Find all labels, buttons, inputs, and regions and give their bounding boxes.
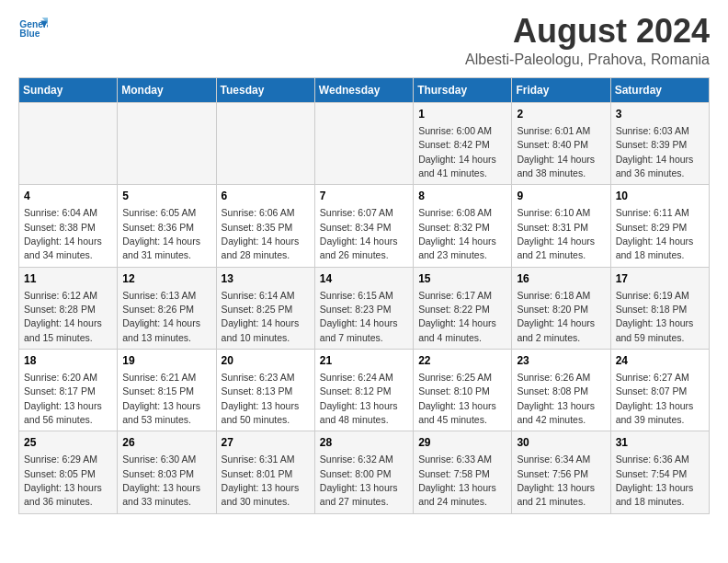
day-info: Sunrise: 6:03 AM Sunset: 8:39 PM Dayligh… [616, 125, 694, 178]
calendar-cell: 13Sunrise: 6:14 AM Sunset: 8:25 PM Dayli… [216, 267, 314, 349]
calendar-cell: 30Sunrise: 6:34 AM Sunset: 7:56 PM Dayli… [512, 431, 610, 513]
day-info: Sunrise: 6:30 AM Sunset: 8:03 PM Dayligh… [122, 454, 200, 507]
header: General Blue August 2024 Albesti-Paleolo… [18, 15, 710, 68]
day-number: 4 [24, 189, 112, 204]
day-info: Sunrise: 6:04 AM Sunset: 8:38 PM Dayligh… [24, 207, 102, 260]
day-of-week-header: Saturday [610, 78, 709, 103]
calendar-cell: 12Sunrise: 6:13 AM Sunset: 8:26 PM Dayli… [118, 267, 216, 349]
day-info: Sunrise: 6:20 AM Sunset: 8:17 PM Dayligh… [24, 372, 102, 425]
day-info: Sunrise: 6:15 AM Sunset: 8:23 PM Dayligh… [320, 290, 398, 343]
day-number: 22 [418, 353, 506, 369]
calendar-cell: 2Sunrise: 6:01 AM Sunset: 8:40 PM Daylig… [512, 103, 610, 185]
day-info: Sunrise: 6:07 AM Sunset: 8:34 PM Dayligh… [320, 207, 398, 260]
day-number: 24 [616, 353, 704, 369]
calendar-cell [216, 103, 314, 185]
day-info: Sunrise: 6:17 AM Sunset: 8:22 PM Dayligh… [418, 290, 496, 343]
day-number: 14 [320, 271, 408, 287]
day-of-week-header: Wednesday [314, 78, 413, 103]
calendar-cell [19, 103, 118, 185]
calendar-cell: 27Sunrise: 6:31 AM Sunset: 8:01 PM Dayli… [216, 431, 314, 513]
day-of-week-header: Sunday [19, 78, 118, 103]
day-number: 18 [24, 353, 112, 369]
day-number: 30 [517, 435, 605, 451]
calendar-header-row: SundayMondayTuesdayWednesdayThursdayFrid… [19, 78, 710, 103]
day-number: 6 [222, 189, 310, 204]
calendar-cell [118, 103, 216, 185]
day-number: 23 [517, 353, 605, 369]
calendar-cell: 17Sunrise: 6:19 AM Sunset: 8:18 PM Dayli… [610, 267, 709, 349]
calendar-cell: 1Sunrise: 6:00 AM Sunset: 8:42 PM Daylig… [414, 103, 512, 185]
day-of-week-header: Thursday [414, 78, 512, 103]
day-number: 7 [320, 189, 408, 204]
day-number: 20 [222, 353, 310, 369]
calendar-cell: 26Sunrise: 6:30 AM Sunset: 8:03 PM Dayli… [118, 431, 216, 513]
calendar-table: SundayMondayTuesdayWednesdayThursdayFrid… [18, 77, 710, 514]
calendar-cell [314, 103, 413, 185]
day-info: Sunrise: 6:31 AM Sunset: 8:01 PM Dayligh… [222, 454, 300, 507]
day-number: 2 [517, 107, 605, 122]
calendar-cell: 22Sunrise: 6:25 AM Sunset: 8:10 PM Dayli… [414, 350, 512, 431]
day-number: 17 [616, 271, 704, 287]
calendar-cell: 14Sunrise: 6:15 AM Sunset: 8:23 PM Dayli… [314, 267, 413, 349]
day-info: Sunrise: 6:11 AM Sunset: 8:29 PM Dayligh… [616, 207, 694, 260]
day-number: 8 [418, 189, 506, 204]
calendar-cell: 3Sunrise: 6:03 AM Sunset: 8:39 PM Daylig… [610, 103, 709, 185]
day-info: Sunrise: 6:19 AM Sunset: 8:18 PM Dayligh… [616, 290, 694, 343]
logo: General Blue [18, 15, 48, 44]
day-info: Sunrise: 6:36 AM Sunset: 7:54 PM Dayligh… [616, 454, 694, 507]
day-number: 29 [418, 435, 506, 451]
day-info: Sunrise: 6:12 AM Sunset: 8:28 PM Dayligh… [24, 290, 102, 343]
day-info: Sunrise: 6:13 AM Sunset: 8:26 PM Dayligh… [122, 290, 200, 343]
day-info: Sunrise: 6:26 AM Sunset: 8:08 PM Dayligh… [517, 372, 595, 425]
calendar-cell: 21Sunrise: 6:24 AM Sunset: 8:12 PM Dayli… [314, 350, 413, 431]
calendar-cell: 8Sunrise: 6:08 AM Sunset: 8:32 PM Daylig… [414, 185, 512, 267]
day-number: 25 [24, 435, 112, 451]
day-info: Sunrise: 6:32 AM Sunset: 8:00 PM Dayligh… [320, 454, 398, 507]
day-info: Sunrise: 6:10 AM Sunset: 8:31 PM Dayligh… [517, 207, 595, 260]
day-number: 9 [517, 189, 605, 204]
day-of-week-header: Friday [512, 78, 610, 103]
day-of-week-header: Tuesday [216, 78, 314, 103]
location-subtitle: Albesti-Paleologu, Prahova, Romania [465, 52, 710, 68]
calendar-cell: 5Sunrise: 6:05 AM Sunset: 8:36 PM Daylig… [118, 185, 216, 267]
calendar-week-row: 1Sunrise: 6:00 AM Sunset: 8:42 PM Daylig… [19, 103, 710, 185]
day-number: 28 [320, 435, 408, 451]
day-info: Sunrise: 6:01 AM Sunset: 8:40 PM Dayligh… [517, 125, 595, 178]
calendar-cell: 20Sunrise: 6:23 AM Sunset: 8:13 PM Dayli… [216, 350, 314, 431]
day-info: Sunrise: 6:14 AM Sunset: 8:25 PM Dayligh… [222, 290, 300, 343]
day-info: Sunrise: 6:34 AM Sunset: 7:56 PM Dayligh… [517, 454, 595, 507]
day-number: 31 [616, 435, 704, 451]
calendar-cell: 7Sunrise: 6:07 AM Sunset: 8:34 PM Daylig… [314, 185, 413, 267]
day-number: 27 [222, 435, 310, 451]
day-number: 12 [122, 271, 210, 287]
calendar-cell: 23Sunrise: 6:26 AM Sunset: 8:08 PM Dayli… [512, 350, 610, 431]
calendar-cell: 6Sunrise: 6:06 AM Sunset: 8:35 PM Daylig… [216, 185, 314, 267]
day-info: Sunrise: 6:06 AM Sunset: 8:35 PM Dayligh… [222, 207, 300, 260]
calendar-week-row: 4Sunrise: 6:04 AM Sunset: 8:38 PM Daylig… [19, 185, 710, 267]
logo-icon: General Blue [18, 15, 48, 44]
calendar-week-row: 11Sunrise: 6:12 AM Sunset: 8:28 PM Dayli… [19, 267, 710, 349]
svg-text:Blue: Blue [19, 29, 40, 39]
calendar-cell: 10Sunrise: 6:11 AM Sunset: 8:29 PM Dayli… [610, 185, 709, 267]
calendar-cell: 16Sunrise: 6:18 AM Sunset: 8:20 PM Dayli… [512, 267, 610, 349]
calendar-week-row: 18Sunrise: 6:20 AM Sunset: 8:17 PM Dayli… [19, 350, 710, 431]
day-info: Sunrise: 6:21 AM Sunset: 8:15 PM Dayligh… [122, 372, 200, 425]
calendar-cell: 25Sunrise: 6:29 AM Sunset: 8:05 PM Dayli… [19, 431, 118, 513]
day-number: 19 [122, 353, 210, 369]
title-area: August 2024 Albesti-Paleologu, Prahova, … [465, 15, 710, 68]
day-number: 13 [222, 271, 310, 287]
calendar-cell: 24Sunrise: 6:27 AM Sunset: 8:07 PM Dayli… [610, 350, 709, 431]
day-number: 26 [122, 435, 210, 451]
day-of-week-header: Monday [118, 78, 216, 103]
day-info: Sunrise: 6:33 AM Sunset: 7:58 PM Dayligh… [418, 454, 496, 507]
calendar-cell: 29Sunrise: 6:33 AM Sunset: 7:58 PM Dayli… [414, 431, 512, 513]
calendar-cell: 28Sunrise: 6:32 AM Sunset: 8:00 PM Dayli… [314, 431, 413, 513]
calendar-cell: 4Sunrise: 6:04 AM Sunset: 8:38 PM Daylig… [19, 185, 118, 267]
day-info: Sunrise: 6:29 AM Sunset: 8:05 PM Dayligh… [24, 454, 102, 507]
day-number: 1 [418, 107, 506, 122]
calendar-cell: 11Sunrise: 6:12 AM Sunset: 8:28 PM Dayli… [19, 267, 118, 349]
calendar-cell: 18Sunrise: 6:20 AM Sunset: 8:17 PM Dayli… [19, 350, 118, 431]
day-info: Sunrise: 6:05 AM Sunset: 8:36 PM Dayligh… [122, 207, 200, 260]
day-number: 5 [122, 189, 210, 204]
month-year-title: August 2024 [465, 15, 710, 48]
